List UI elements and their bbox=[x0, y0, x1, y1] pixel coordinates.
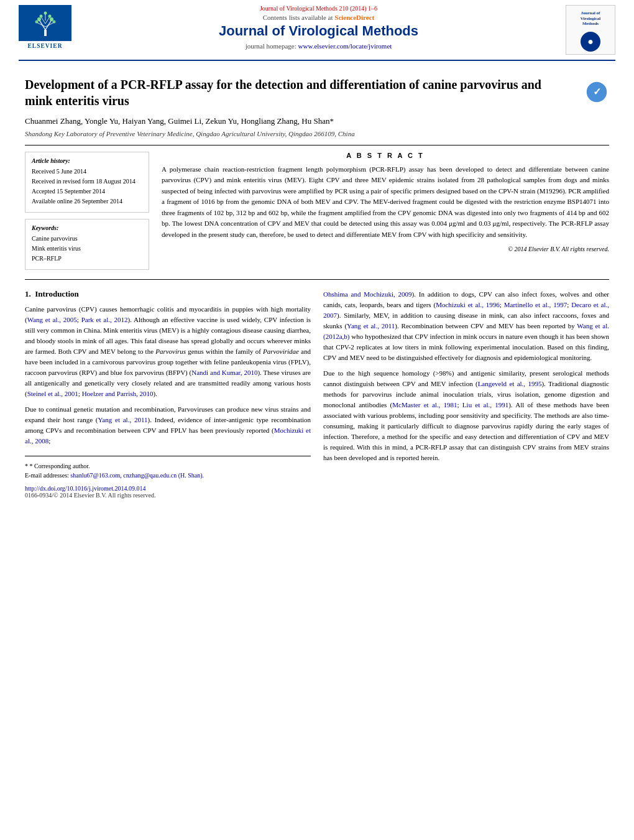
sciencedirect-link[interactable]: ScienceDirect bbox=[334, 14, 374, 21]
ref-nandi2010[interactable]: Nandi and Kumar, 2010 bbox=[191, 369, 257, 376]
keywords-title: Keywords: bbox=[32, 224, 142, 231]
title-divider bbox=[25, 145, 609, 145]
abstract-heading: A B S T R A C T bbox=[162, 152, 609, 159]
article-history-box: Article history: Received 5 June 2014 Re… bbox=[25, 152, 149, 213]
body-right-col: Ohshima and Mochizuki, 2009). In additio… bbox=[323, 289, 609, 499]
left-metadata-col: Article history: Received 5 June 2014 Re… bbox=[25, 152, 149, 270]
ref-yang2011b[interactable]: Yang et al., 2011 bbox=[347, 322, 395, 330]
email-addresses[interactable]: shanlu67@163.com, cnzhang@qau.edu.cn (H.… bbox=[70, 472, 204, 479]
authors: Chuanmei Zhang, Yongle Yu, Haiyan Yang, … bbox=[25, 115, 609, 127]
intro-para-1: Canine parvovirus (CPV) causes hemorrhag… bbox=[25, 304, 311, 399]
svg-point-16 bbox=[44, 11, 47, 14]
ref-langeveld1995[interactable]: Langeveld et al., 1995 bbox=[478, 380, 542, 387]
keyword-1: Canine parvovirus bbox=[32, 234, 142, 243]
body-left-col: 1. Introduction Canine parvovirus (CPV) … bbox=[25, 289, 311, 499]
svg-point-13 bbox=[52, 20, 55, 23]
keywords-box: Keywords: Canine parvovirus Mink enterit… bbox=[25, 219, 149, 270]
ref-mochizuki2008[interactable]: Mochizuki et al., 2008 bbox=[25, 427, 311, 445]
body-columns: 1. Introduction Canine parvovirus (CPV) … bbox=[25, 289, 609, 499]
journal-title-header: Journal of Virological Methods bbox=[84, 23, 553, 39]
available-date: Available online 26 September 2014 bbox=[32, 197, 142, 206]
svg-point-11 bbox=[50, 17, 53, 21]
elsevier-wordmark: ELSEVIER bbox=[27, 43, 62, 49]
header-center: Journal of Virological Methods 210 (2014… bbox=[71, 5, 566, 50]
svg-point-15 bbox=[48, 14, 51, 17]
article-content: Development of a PCR-RFLP assay for the … bbox=[0, 61, 634, 511]
intro-para-3: Ohshima and Mochizuki, 2009). In additio… bbox=[323, 289, 609, 363]
ref-hoelzer2010[interactable]: Hoelzer and Parrish, 2010 bbox=[82, 390, 154, 397]
elsevier-logo-image bbox=[19, 5, 71, 41]
keyword-2: Mink enteritis virus bbox=[32, 244, 142, 253]
copyright-line: © 2014 Elsevier B.V. All rights reserved… bbox=[162, 246, 609, 252]
intro-para-2: Due to continual genetic mutation and re… bbox=[25, 404, 311, 446]
doi-section: http://dx.doi.org/10.1016/j.jviromet.201… bbox=[25, 485, 311, 499]
accepted-date: Accepted 15 September 2014 bbox=[32, 187, 142, 196]
footnote-email: E-mail addresses: shanlu67@163.com, cnzh… bbox=[25, 471, 311, 480]
received-date: Received 5 June 2014 bbox=[32, 167, 142, 176]
journal-url[interactable]: www.elsevier.com/locate/jviromet bbox=[298, 42, 392, 50]
article-title: Development of a PCR-RFLP assay for the … bbox=[25, 76, 584, 109]
section-title: Introduction bbox=[35, 289, 79, 298]
svg-point-12 bbox=[35, 20, 38, 23]
ref-martinello1997[interactable]: Martinello et al., 1997 bbox=[504, 301, 567, 308]
journal-homepage: journal homepage: www.elsevier.com/locat… bbox=[84, 42, 553, 50]
ref-park2012[interactable]: Park et al., 2012 bbox=[81, 316, 128, 323]
svg-point-10 bbox=[37, 17, 41, 21]
issn-text: 0166-0934/© 2014 Elsevier B.V. All right… bbox=[25, 492, 311, 499]
affiliation: Shandong Key Laboratory of Preventive Ve… bbox=[25, 130, 609, 137]
abstract-section-layout: Article history: Received 5 June 2014 Re… bbox=[25, 152, 609, 270]
ref-steinel2001[interactable]: Steinel et al., 2001 bbox=[27, 390, 78, 397]
ref-ohshima2009[interactable]: Ohshima and Mochizuki, 2009 bbox=[323, 290, 412, 298]
footnote-section: * * Corresponding author. E-mail address… bbox=[25, 456, 311, 499]
article-history-title: Article history: bbox=[32, 157, 142, 164]
svg-text:✓: ✓ bbox=[593, 86, 601, 97]
section1-heading: 1. Introduction bbox=[25, 289, 311, 299]
intro-para-4: Due to the high sequence homology (>98%)… bbox=[323, 368, 609, 463]
footnote-corresponding: * * Corresponding author. bbox=[25, 461, 311, 471]
abstract-text: A polymerase chain reaction-restriction … bbox=[162, 164, 609, 241]
journal-header: ELSEVIER Journal of Virological Methods … bbox=[0, 0, 634, 55]
ref-liu1991[interactable]: Liu et al., 1991 bbox=[462, 401, 508, 408]
thumb-logo-circle: ● bbox=[581, 32, 600, 52]
crossmark[interactable]: ✓ bbox=[584, 80, 609, 104]
abstract-col: A B S T R A C T A polymerase chain react… bbox=[162, 152, 609, 270]
svg-point-14 bbox=[39, 14, 42, 17]
keyword-3: PCR–RFLP bbox=[32, 254, 142, 263]
ref-mcmaster1981[interactable]: McMaster et al., 1981 bbox=[392, 401, 457, 408]
doi-url[interactable]: http://dx.doi.org/10.1016/j.jviromet.201… bbox=[25, 485, 311, 492]
section-divider bbox=[25, 279, 609, 280]
thumb-title: Journal ofVirologicalMethods bbox=[578, 8, 604, 29]
article-title-section: Development of a PCR-RFLP assay for the … bbox=[25, 76, 609, 109]
revised-date: Received in revised form 18 August 2014 bbox=[32, 177, 142, 186]
ref-mochizuki1996[interactable]: Mochizuki et al., 1996 bbox=[436, 301, 500, 308]
ref-wang2005[interactable]: Wang et al., 2005 bbox=[27, 316, 77, 323]
ref-yang2011a[interactable]: Yang et al., 2011 bbox=[98, 416, 148, 423]
footnote-star: * bbox=[25, 463, 28, 469]
contents-available: Contents lists available at ScienceDirec… bbox=[84, 14, 553, 21]
journal-ref-top: Journal of Virological Methods 210 (2014… bbox=[84, 5, 553, 12]
page: ELSEVIER Journal of Virological Methods … bbox=[0, 0, 634, 840]
journal-thumbnail: Journal ofVirologicalMethods ● bbox=[566, 5, 615, 55]
elsevier-logo: ELSEVIER bbox=[19, 5, 71, 49]
section-number: 1. bbox=[25, 289, 31, 298]
